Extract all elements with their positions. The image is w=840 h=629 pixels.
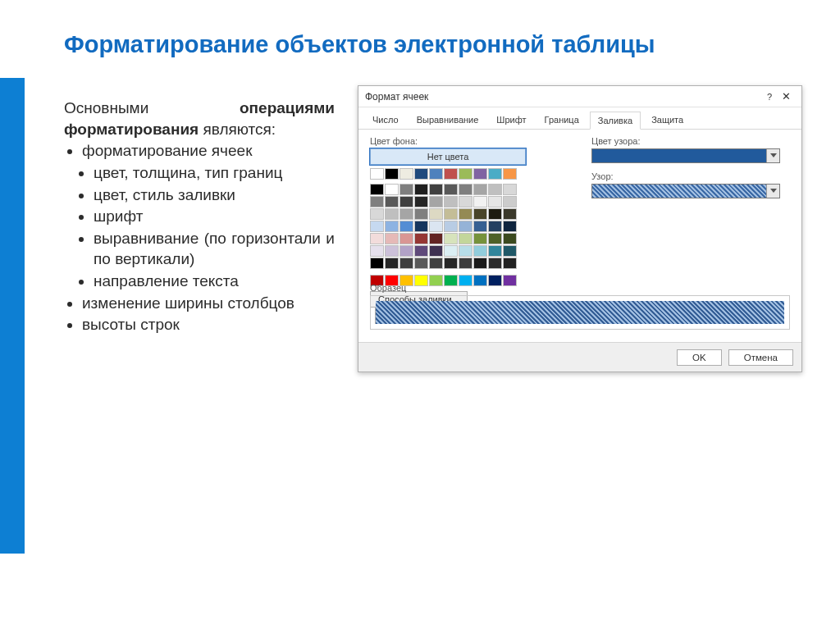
color-swatch[interactable] (385, 196, 399, 207)
chevron-down-icon[interactable] (766, 149, 779, 162)
tab-число[interactable]: Число (365, 112, 406, 129)
pattern-dropdown[interactable] (591, 184, 780, 198)
color-swatch[interactable] (370, 168, 384, 180)
color-swatch[interactable] (459, 196, 472, 207)
bullet-3: высоты строк (82, 314, 335, 335)
cancel-button[interactable]: Отмена (728, 349, 793, 366)
bullet-1: форматирование ячеек (82, 140, 335, 162)
no-color-button[interactable]: Нет цвета (370, 148, 526, 165)
color-swatch[interactable] (488, 196, 502, 207)
color-swatch[interactable] (488, 245, 502, 257)
color-swatch[interactable] (414, 184, 428, 195)
color-swatch[interactable] (503, 221, 517, 232)
color-swatch[interactable] (385, 245, 399, 257)
color-swatch[interactable] (429, 258, 443, 269)
color-swatch[interactable] (459, 184, 472, 195)
color-swatch[interactable] (459, 221, 472, 232)
color-swatch[interactable] (444, 184, 458, 195)
color-swatch[interactable] (414, 221, 428, 232)
color-swatch[interactable] (503, 258, 517, 269)
color-swatch[interactable] (429, 233, 443, 244)
color-swatch[interactable] (399, 168, 413, 180)
color-swatch[interactable] (429, 245, 443, 257)
tab-шрифт[interactable]: Шрифт (489, 112, 533, 129)
color-swatch[interactable] (473, 184, 487, 195)
color-swatch[interactable] (429, 196, 443, 207)
color-swatch[interactable] (444, 258, 458, 269)
tab-граница[interactable]: Граница (537, 112, 587, 129)
color-swatch[interactable] (488, 258, 502, 269)
color-swatch[interactable] (459, 233, 472, 244)
color-swatch[interactable] (399, 221, 413, 232)
help-icon[interactable]: ? (762, 92, 777, 102)
dialog-titlebar[interactable]: Формат ячеек ? ✕ (358, 86, 801, 107)
color-swatch[interactable] (488, 233, 502, 244)
color-swatch[interactable] (399, 258, 413, 269)
color-swatch[interactable] (488, 221, 502, 232)
color-swatch[interactable] (473, 196, 487, 207)
color-swatch[interactable] (503, 208, 517, 220)
color-swatch[interactable] (473, 258, 487, 269)
color-swatch[interactable] (473, 168, 487, 180)
color-swatch[interactable] (473, 233, 487, 244)
color-swatch[interactable] (459, 258, 472, 269)
color-swatch[interactable] (488, 184, 502, 195)
color-swatch[interactable] (385, 221, 399, 232)
chevron-down-icon[interactable] (766, 185, 779, 198)
color-swatch[interactable] (385, 208, 399, 220)
color-swatch[interactable] (370, 233, 384, 244)
color-swatch[interactable] (459, 245, 472, 257)
ok-button[interactable]: OK (677, 349, 722, 366)
color-swatch[interactable] (429, 221, 443, 232)
color-swatch[interactable] (444, 233, 458, 244)
bullet-1d: выравнивание (по горизонтали и по вертик… (94, 228, 335, 270)
color-swatch[interactable] (444, 245, 458, 257)
color-swatch[interactable] (414, 196, 428, 207)
color-swatch[interactable] (503, 245, 517, 257)
color-swatch[interactable] (444, 168, 458, 180)
color-swatch[interactable] (444, 196, 458, 207)
color-swatch[interactable] (414, 233, 428, 244)
color-swatch[interactable] (399, 196, 413, 207)
color-swatch[interactable] (488, 208, 502, 220)
color-swatch[interactable] (370, 245, 384, 257)
color-swatch[interactable] (473, 221, 487, 232)
color-swatch[interactable] (399, 208, 413, 220)
tab-защита[interactable]: Защита (644, 112, 691, 129)
color-swatch[interactable] (429, 184, 443, 195)
color-swatch[interactable] (385, 184, 399, 195)
color-swatch[interactable] (444, 208, 458, 220)
color-swatch[interactable] (503, 233, 517, 244)
color-swatch[interactable] (385, 233, 399, 244)
close-icon[interactable]: ✕ (777, 90, 795, 103)
color-swatch[interactable] (370, 184, 384, 195)
color-swatch[interactable] (459, 168, 472, 180)
color-swatch[interactable] (414, 258, 428, 269)
color-swatch[interactable] (473, 245, 487, 257)
color-swatch[interactable] (370, 221, 384, 232)
color-swatch[interactable] (414, 168, 428, 180)
color-swatch[interactable] (444, 221, 458, 232)
color-swatch[interactable] (399, 233, 413, 244)
color-swatch[interactable] (503, 184, 517, 195)
color-palette (370, 168, 550, 286)
color-swatch[interactable] (399, 245, 413, 257)
color-swatch[interactable] (370, 196, 384, 207)
pattern-color-dropdown[interactable] (591, 148, 780, 163)
color-swatch[interactable] (459, 208, 472, 220)
color-swatch[interactable] (429, 208, 443, 220)
color-swatch[interactable] (414, 245, 428, 257)
color-swatch[interactable] (503, 168, 517, 180)
color-swatch[interactable] (473, 208, 487, 220)
color-swatch[interactable] (488, 168, 502, 180)
color-swatch[interactable] (385, 168, 399, 180)
color-swatch[interactable] (370, 258, 384, 269)
color-swatch[interactable] (414, 208, 428, 220)
color-swatch[interactable] (399, 184, 413, 195)
tab-выравнивание[interactable]: Выравнивание (409, 112, 486, 129)
color-swatch[interactable] (385, 258, 399, 269)
tab-заливка[interactable]: Заливка (590, 112, 641, 130)
color-swatch[interactable] (370, 208, 384, 220)
color-swatch[interactable] (503, 196, 517, 207)
color-swatch[interactable] (429, 168, 443, 180)
